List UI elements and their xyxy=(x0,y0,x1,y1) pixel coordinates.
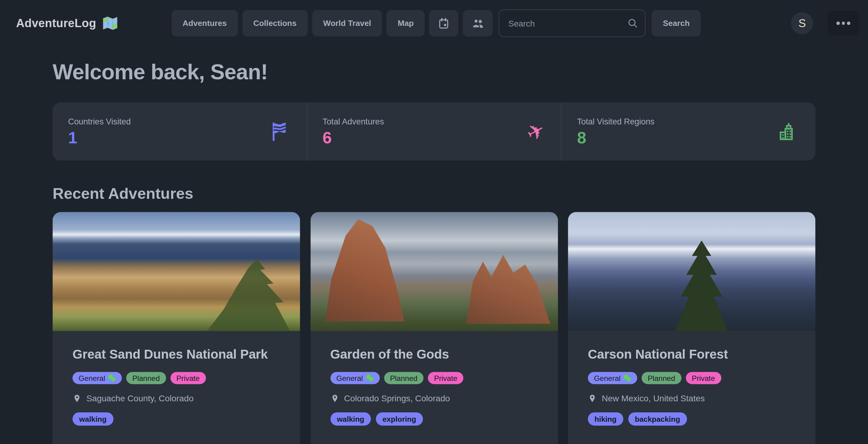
app-title: AdventureLog xyxy=(16,17,96,30)
search-button[interactable]: Search xyxy=(652,10,701,37)
location-text: Colorado Springs, Colorado xyxy=(344,394,450,404)
main-content: Welcome back, Sean! Countries Visited 1 xyxy=(0,60,868,444)
adventure-title: Carson National Forest xyxy=(588,346,796,364)
avatar[interactable]: S xyxy=(791,12,813,34)
world-map-icon xyxy=(102,15,118,31)
stat-label: Total Visited Regions xyxy=(577,117,654,126)
activity-tag: exploring xyxy=(376,413,423,426)
nav-world-travel[interactable]: World Travel xyxy=(312,10,382,37)
activity-tag: hiking xyxy=(588,413,623,426)
location-text: Saguache County, Colorado xyxy=(86,394,193,404)
badge-row: General Planned Private xyxy=(72,372,280,384)
adventure-card-garden-of-the-gods[interactable]: Garden of the Gods General Planned Priva… xyxy=(310,212,558,444)
adventure-card-great-sand-dunes[interactable]: Great Sand Dunes National Park General P… xyxy=(53,212,300,444)
flag-icon xyxy=(269,121,290,142)
location-row: New Mexico, United States xyxy=(588,393,796,404)
globe-emoji-icon xyxy=(623,375,631,382)
card-body: Carson National Forest General Planned P… xyxy=(568,331,815,442)
stat-total-adventures: Total Adventures 6 ✈ xyxy=(307,102,561,161)
category-badge: General xyxy=(588,372,638,384)
brand[interactable]: AdventureLog xyxy=(16,15,118,31)
avatar-initial: S xyxy=(799,17,806,30)
city-icon xyxy=(777,121,799,143)
nav-links: Adventures Collections World Travel Map xyxy=(172,10,493,37)
location-pin-icon xyxy=(72,393,82,404)
navbar-right: S xyxy=(791,11,859,35)
users-icon xyxy=(471,17,485,30)
recent-adventures-heading: Recent Adventures xyxy=(53,185,815,202)
location-row: Saguache County, Colorado xyxy=(72,393,280,404)
location-pin-icon xyxy=(588,393,597,404)
adventure-card-carson-national-forest[interactable]: Carson National Forest General Planned P… xyxy=(568,212,815,444)
tag-row: hiking backpacking xyxy=(588,413,796,426)
location-text: New Mexico, United States xyxy=(602,394,705,404)
stat-value: 6 xyxy=(323,130,384,146)
nav-map[interactable]: Map xyxy=(387,10,425,37)
search-area: Search xyxy=(499,9,701,37)
activity-tag: backpacking xyxy=(628,413,687,426)
users-button[interactable] xyxy=(463,10,493,37)
status-badge: Planned xyxy=(384,372,424,384)
calendar-icon xyxy=(438,17,451,30)
adventure-cards: Great Sand Dunes National Park General P… xyxy=(53,212,815,444)
stats-panel: Countries Visited 1 Total Adventures 6 xyxy=(53,102,815,161)
location-row: Colorado Springs, Colorado xyxy=(330,393,538,404)
ellipsis-icon xyxy=(837,22,840,25)
badge-label: General xyxy=(594,374,621,382)
adventure-title: Great Sand Dunes National Park xyxy=(72,346,280,364)
visibility-badge: Private xyxy=(686,372,721,384)
visibility-badge: Private xyxy=(428,372,463,384)
adventure-image[interactable] xyxy=(310,212,558,331)
nav-adventures[interactable]: Adventures xyxy=(172,10,238,37)
stat-label: Total Adventures xyxy=(323,117,384,126)
badge-label: General xyxy=(79,374,105,382)
status-badge: Planned xyxy=(126,372,166,384)
badge-row: General Planned Private xyxy=(330,372,538,384)
search-input[interactable] xyxy=(499,9,646,37)
stat-label: Countries Visited xyxy=(68,117,130,126)
category-badge: General xyxy=(72,372,122,384)
stat-value: 1 xyxy=(68,130,130,146)
adventure-image[interactable] xyxy=(53,212,300,331)
globe-emoji-icon xyxy=(366,375,373,382)
overflow-menu-button[interactable] xyxy=(828,11,859,35)
globe-emoji-icon xyxy=(108,375,116,382)
tag-row: walking xyxy=(72,413,280,426)
tag-row: walking exploring xyxy=(330,413,538,426)
card-body: Garden of the Gods General Planned Priva… xyxy=(310,331,558,442)
search-icon xyxy=(627,17,639,29)
adventure-title: Garden of the Gods xyxy=(330,346,538,364)
navbar: AdventureLog Adventures Collections Worl… xyxy=(0,0,868,46)
location-pin-icon xyxy=(330,393,339,404)
airplane-icon: ✈ xyxy=(527,121,545,142)
activity-tag: walking xyxy=(72,413,113,426)
card-body: Great Sand Dunes National Park General P… xyxy=(53,331,300,442)
stat-value: 8 xyxy=(577,130,654,146)
welcome-heading: Welcome back, Sean! xyxy=(53,60,815,84)
activity-tag: walking xyxy=(330,413,371,426)
search-box xyxy=(499,9,646,37)
ellipsis-icon xyxy=(847,22,850,25)
badge-label: General xyxy=(336,374,363,382)
visibility-badge: Private xyxy=(170,372,206,384)
status-badge: Planned xyxy=(642,372,681,384)
app-window: AdventureLog Adventures Collections Worl… xyxy=(0,0,868,444)
stat-total-visited-regions: Total Visited Regions 8 xyxy=(561,102,815,161)
adventure-image[interactable] xyxy=(568,212,815,331)
nav-collections[interactable]: Collections xyxy=(242,10,307,37)
calendar-button[interactable] xyxy=(429,10,458,37)
ellipsis-icon xyxy=(842,22,845,25)
stat-countries-visited: Countries Visited 1 xyxy=(53,102,307,161)
category-badge: General xyxy=(330,372,380,384)
badge-row: General Planned Private xyxy=(588,372,796,384)
